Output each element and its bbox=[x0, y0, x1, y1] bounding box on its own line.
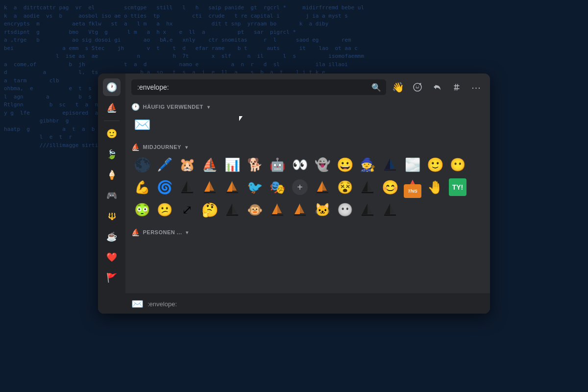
reply-icon bbox=[433, 83, 441, 92]
emoji-grid-mj: 🌑 🖊️ 🐹 ⛵ 📊 🐕 🤖 bbox=[131, 154, 484, 220]
smile-icon: 🙂 bbox=[106, 128, 117, 139]
envelope-emoji: ✉️ bbox=[134, 117, 151, 133]
emoji-mj14[interactable]: 🙂 bbox=[424, 154, 446, 175]
emoji-mj6[interactable]: 🐕 bbox=[244, 154, 266, 175]
svg-point-1 bbox=[416, 86, 417, 87]
emoji-grid-haufig: ✉️ bbox=[131, 114, 484, 135]
search-input[interactable] bbox=[131, 79, 386, 95]
sidebar-icon-leaf[interactable]: 🍃 bbox=[103, 146, 121, 163]
search-icon[interactable]: 🔍 bbox=[371, 83, 381, 92]
emoji-area[interactable]: 🕐 HÄUFIG VERWENDET ▾ ✉️ ⛵ MIDJOURNEY ▾ 🌑 bbox=[125, 99, 490, 294]
emoji-mj34[interactable]: 🤔 bbox=[199, 199, 220, 220]
this-box: ThIS bbox=[404, 184, 421, 198]
section-clock-icon: 🕐 bbox=[131, 103, 140, 111]
emoji-mj31[interactable]: 😳 bbox=[131, 199, 153, 220]
emoji-mj17[interactable]: 🌀 bbox=[154, 176, 175, 198]
sidebar-icon-sailboat[interactable]: ⛵ bbox=[103, 99, 121, 117]
sidebar-icon-recent[interactable]: 🕐 bbox=[103, 78, 121, 96]
svg-marker-28 bbox=[300, 204, 304, 213]
sail-orange-svg-2 bbox=[224, 179, 241, 196]
search-container: 🔍 bbox=[131, 79, 386, 95]
emoji-mj19[interactable] bbox=[199, 176, 220, 198]
emoji-mj42[interactable] bbox=[379, 199, 401, 220]
sail-orange-svg-5 bbox=[292, 201, 308, 218]
emoji-mj20[interactable] bbox=[221, 176, 243, 198]
emoji-this[interactable]: ▲ ThIS bbox=[402, 176, 423, 198]
emoji-mj27[interactable]: 😊 bbox=[379, 176, 401, 198]
emoji-mj35[interactable] bbox=[221, 199, 243, 220]
sidebar-icon-heart[interactable]: ❤️ bbox=[103, 248, 121, 266]
emoji-mj13[interactable]: 🌫️ bbox=[402, 154, 423, 175]
emoji-mj36[interactable]: 🐵 bbox=[244, 199, 266, 220]
emoji-mj3[interactable]: 🐹 bbox=[176, 154, 198, 175]
top-bar: 🔍 👋 ·· bbox=[125, 74, 490, 99]
svg-marker-15 bbox=[317, 181, 322, 192]
emoji-mj22[interactable]: 🎭 bbox=[267, 176, 288, 198]
add-emoji-icon bbox=[413, 83, 422, 92]
reply-button[interactable] bbox=[429, 79, 445, 95]
emoji-mj12[interactable] bbox=[379, 154, 401, 175]
sidebar-icon-submarine[interactable]: 🔱 bbox=[103, 207, 121, 225]
emoji-mj33[interactable]: ⤢ bbox=[176, 199, 198, 220]
sidebar-divider bbox=[104, 121, 120, 121]
sidebar-icon-gamepad[interactable]: 🎮 bbox=[103, 187, 121, 204]
sidebar-icon-emoji[interactable]: 🙂 bbox=[103, 125, 121, 143]
emoji-mj16[interactable]: 💪 bbox=[131, 176, 153, 198]
emoji-mj32[interactable]: 😕 bbox=[154, 199, 175, 220]
emoji-mj25[interactable]: 😵 bbox=[334, 176, 356, 198]
svg-marker-7 bbox=[187, 182, 192, 191]
more-button[interactable]: ··· bbox=[468, 79, 484, 95]
section-header-personen[interactable]: ⛵ PERSONEN ... ▾ bbox=[131, 224, 484, 239]
emoji-mj26[interactable] bbox=[357, 176, 378, 198]
emoji-mj11[interactable]: 🧙 bbox=[357, 154, 378, 175]
section-haufig-label: HÄUFIG VERWENDET bbox=[143, 104, 203, 110]
svg-point-2 bbox=[418, 86, 419, 87]
hashtag-button[interactable] bbox=[449, 79, 465, 95]
sail-svg-3 bbox=[359, 179, 376, 196]
sidebar-icon-popsicle[interactable]: 🍦 bbox=[103, 166, 121, 184]
section-header-midjourney[interactable]: ⛵ MIDJOURNEY ▾ bbox=[131, 139, 484, 154]
emoji-mj39[interactable]: 🐱 bbox=[312, 199, 333, 220]
emoji-mj7[interactable]: 🤖 bbox=[267, 154, 288, 175]
emoji-plus[interactable]: + bbox=[289, 176, 311, 198]
emoji-mj15[interactable]: 😶 bbox=[447, 154, 468, 175]
emoji-mj38[interactable] bbox=[289, 199, 311, 220]
add-emoji-button[interactable] bbox=[410, 79, 425, 95]
sidebar-icon-coffee[interactable]: ☕ bbox=[103, 228, 121, 245]
svg-marker-21 bbox=[227, 203, 232, 214]
sail-svg-1 bbox=[382, 156, 398, 173]
emoji-mj29[interactable]: 🤚 bbox=[424, 176, 446, 198]
emoji-mj41[interactable] bbox=[357, 199, 378, 220]
sidebar-icon-flag[interactable]: 🚩 bbox=[103, 269, 121, 287]
emoji-mj8[interactable]: 👀 bbox=[289, 154, 311, 175]
emoji-mj1[interactable]: 🌑 bbox=[131, 154, 153, 175]
picker-main: 🔍 👋 ·· bbox=[125, 74, 490, 314]
emoji-envelope[interactable]: ✉️ bbox=[131, 114, 153, 135]
emoji-mj9[interactable]: 👻 bbox=[312, 154, 333, 175]
emoji-mj21[interactable]: 🐦 bbox=[244, 176, 266, 198]
emoji-sidebar: 🕐 ⛵ 🙂 🍃 🍦 🎮 🔱 ☕ ❤️ 🚩 bbox=[98, 74, 125, 314]
emoji-mj5[interactable]: 📊 bbox=[221, 154, 243, 175]
emoji-mj4[interactable]: ⛵ bbox=[199, 154, 220, 175]
emoji-mj18[interactable] bbox=[176, 176, 198, 198]
svg-marker-24 bbox=[272, 203, 277, 214]
svg-marker-16 bbox=[322, 182, 327, 191]
emoji-mj24[interactable] bbox=[312, 176, 333, 198]
emoji-ty[interactable]: TY! bbox=[447, 176, 468, 198]
flag-icon: 🚩 bbox=[106, 272, 117, 283]
ty-label: TY! bbox=[452, 183, 464, 191]
sail-svg-4 bbox=[224, 201, 241, 218]
svg-marker-3 bbox=[385, 158, 390, 169]
emoji-mj37[interactable] bbox=[267, 199, 288, 220]
bottom-envelope-icon: ✉️ bbox=[131, 298, 144, 310]
svg-marker-22 bbox=[232, 204, 237, 213]
wave-button[interactable]: 👋 bbox=[390, 79, 406, 95]
plus-icon: + bbox=[292, 179, 308, 195]
this-container: ▲ ThIS bbox=[404, 176, 421, 198]
section-header-haufig[interactable]: 🕐 HÄUFIG VERWENDET ▾ bbox=[131, 99, 484, 114]
submarine-icon: 🔱 bbox=[108, 212, 116, 220]
svg-marker-12 bbox=[227, 181, 232, 192]
emoji-mj10[interactable]: 😀 bbox=[334, 154, 356, 175]
emoji-mj2[interactable]: 🖊️ bbox=[154, 154, 175, 175]
emoji-mj40[interactable]: 😶 bbox=[334, 199, 356, 220]
